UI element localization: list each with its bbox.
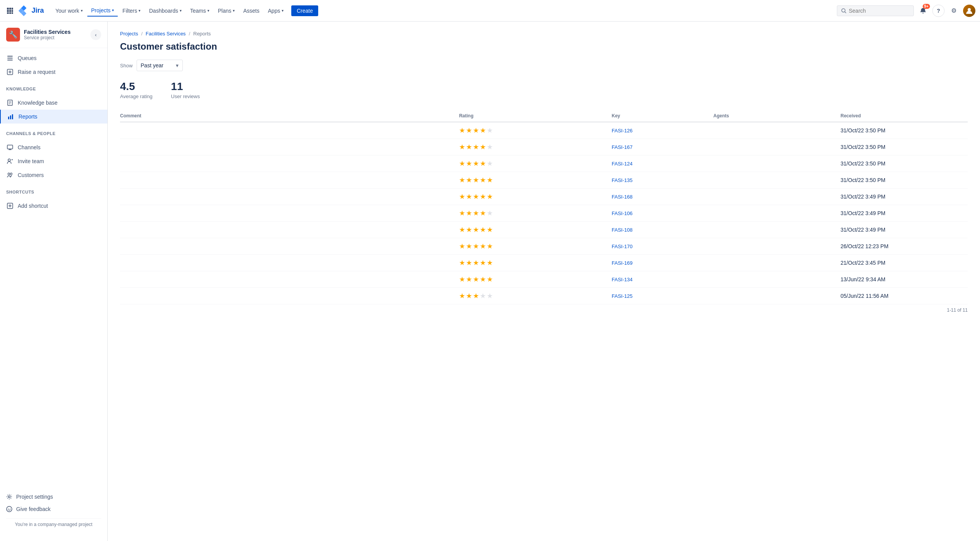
sidebar-item-project-settings[interactable]: Project settings [6,491,101,503]
svg-rect-14 [7,60,13,60]
sidebar-item-queues[interactable]: Queues [0,51,107,65]
issue-key-link[interactable]: FASI-126 [612,128,633,134]
cell-rating: ★★★★★ [459,205,612,222]
star-empty: ★ [487,292,493,300]
nav-projects[interactable]: Projects ▾ [87,5,118,17]
table-row: ★★★★★FASI-16921/Oct/22 3:45 PM [120,255,968,271]
nav-your-work[interactable]: Your work ▾ [52,5,87,16]
sidebar-item-invite-team[interactable]: Invite team [0,154,107,168]
add-shortcut-icon [6,202,14,210]
cell-received: 31/Oct/22 3:50 PM [841,155,968,172]
notifications-button[interactable]: 9+ [917,5,929,17]
table-row: ★★★★★FASI-12431/Oct/22 3:50 PM [120,155,968,172]
table-row: ★★★★★FASI-10831/Oct/22 3:49 PM [120,222,968,238]
sidebar: 🔧 Facilities Services Service project ‹ … [0,22,108,541]
sidebar-item-add-shortcut[interactable]: Add shortcut [0,199,107,213]
sidebar-item-raise-request[interactable]: Raise a request [0,65,107,79]
nav-plans[interactable]: Plans ▾ [214,5,239,16]
issue-key-link[interactable]: FASI-168 [612,194,633,200]
nav-assets[interactable]: Assets [239,5,263,16]
cell-agents [713,205,840,222]
filter-row: Show Past year ▾ [120,60,968,71]
sidebar-item-customers[interactable]: Customers [0,168,107,182]
issue-key-link[interactable]: FASI-170 [612,244,633,249]
cell-agents [713,238,840,255]
svg-point-32 [10,173,12,175]
knowledge-nav: Knowledge base Reports [0,93,107,127]
nav-filters[interactable]: Filters ▾ [119,5,144,16]
channels-section-header: CHANNELS & PEOPLE [0,127,107,137]
nav-dashboards[interactable]: Dashboards ▾ [145,5,185,16]
sidebar-item-give-feedback[interactable]: Give feedback [6,503,101,515]
cell-rating: ★★★★★ [459,271,612,288]
date-range-select[interactable]: Past year ▾ [137,60,183,71]
cell-comment [120,255,459,271]
project-details: Facilities Services Service project [24,29,70,40]
sidebar-item-channels[interactable]: Channels [0,140,107,154]
star-filled: ★ [473,259,479,267]
user-reviews-value: 11 [171,80,200,93]
svg-point-9 [842,8,845,12]
sidebar-item-knowledge-base[interactable]: Knowledge base [0,96,107,110]
star-filled: ★ [466,192,472,201]
settings-button[interactable]: ⚙ [948,5,960,17]
issue-key-link[interactable]: FASI-108 [612,227,633,233]
star-filled: ★ [473,225,479,234]
shortcuts-nav: Add shortcut [0,196,107,216]
star-filled: ★ [473,292,479,300]
star-filled: ★ [459,143,465,151]
svg-line-10 [845,12,846,13]
cell-agents [713,288,840,304]
cell-rating: ★★★★★ [459,139,612,155]
cell-comment [120,222,459,238]
sidebar-item-reports[interactable]: Reports [0,110,107,124]
issue-key-link[interactable]: FASI-167 [612,144,633,150]
table-row: ★★★★★FASI-13413/Jun/22 9:34 AM [120,271,968,288]
star-filled: ★ [466,176,472,184]
breadcrumb-current: Reports [193,31,211,37]
issue-key-link[interactable]: FASI-169 [612,260,633,266]
star-filled: ★ [459,126,465,135]
star-empty: ★ [487,209,493,217]
issue-key-link[interactable]: FASI-124 [612,161,633,167]
cell-comment [120,122,459,139]
issue-key-link[interactable]: FASI-135 [612,177,633,183]
nav-apps[interactable]: Apps ▾ [264,5,287,16]
cell-received: 26/Oct/22 12:23 PM [841,238,968,255]
table-pagination: 1-11 of 11 [120,307,968,313]
cell-rating: ★★★★★ [459,238,612,255]
star-filled: ★ [480,225,486,234]
jira-logo[interactable]: Jira [18,5,44,16]
star-rating: ★★★★★ [459,292,607,300]
gear-icon: ⚙ [951,7,957,14]
create-button[interactable]: Create [291,5,318,16]
chevron-down-icon: ▾ [180,8,182,13]
project-icon: 🔧 [6,28,20,42]
channels-nav: Channels Invite team [0,137,107,185]
cell-key: FASI-126 [612,122,713,139]
grid-menu-icon[interactable] [5,5,15,16]
issue-key-link[interactable]: FASI-125 [612,293,633,299]
breadcrumb-facilities[interactable]: Facilities Services [146,31,186,37]
user-avatar[interactable] [963,5,975,17]
nav-teams[interactable]: Teams ▾ [186,5,213,16]
average-rating-value: 4.5 [120,80,152,93]
svg-rect-5 [12,10,13,12]
cell-agents [713,155,840,172]
sidebar-collapse-button[interactable]: ‹ [90,29,101,40]
star-rating: ★★★★★ [459,209,607,217]
issue-key-link[interactable]: FASI-106 [612,210,633,216]
search-box[interactable] [837,5,914,16]
star-rating: ★★★★★ [459,242,607,250]
search-input[interactable] [849,8,903,14]
cell-rating: ★★★★★ [459,172,612,189]
table-row: ★★★★★FASI-12631/Oct/22 3:50 PM [120,122,968,139]
star-filled: ★ [480,242,486,250]
cell-comment [120,155,459,172]
help-button[interactable]: ? [932,5,945,17]
star-filled: ★ [459,159,465,168]
breadcrumb-projects[interactable]: Projects [120,31,138,37]
issue-key-link[interactable]: FASI-134 [612,277,633,282]
cell-rating: ★★★★★ [459,288,612,304]
cell-rating: ★★★★★ [459,155,612,172]
